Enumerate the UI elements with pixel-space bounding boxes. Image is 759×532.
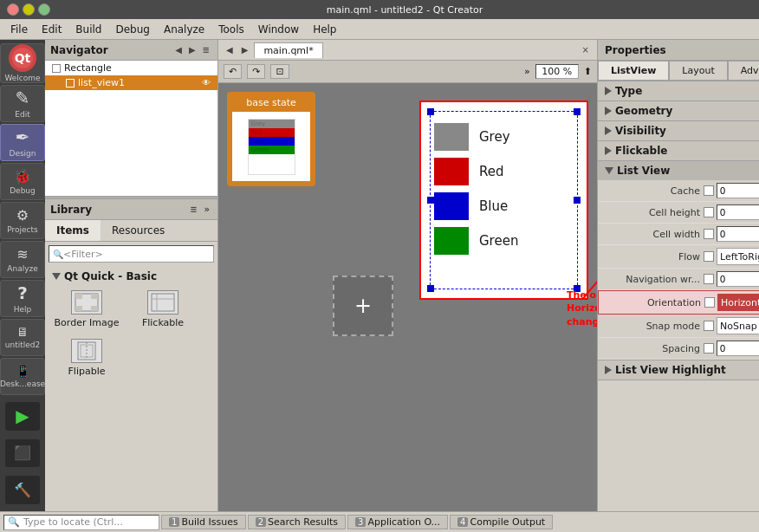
nav-btn-left[interactable]: ◀ — [172, 44, 185, 55]
spacing-input[interactable] — [717, 341, 759, 356]
menu-edit[interactable]: Edit — [35, 22, 68, 37]
prop-tab-listview[interactable]: ListView — [598, 61, 669, 81]
tool-untitled[interactable]: 🖥 untitled2 — [0, 319, 45, 356]
menu-file[interactable]: File — [3, 22, 35, 37]
handle-mr[interactable] — [574, 197, 581, 204]
statusbar-tab-compile[interactable]: 4 Compile Output — [450, 515, 553, 529]
prop-section-flickable: Flickable — [598, 141, 759, 161]
canvas-viewport[interactable]: Grey Red Blue Green — [419, 101, 588, 300]
flow-checkbox[interactable] — [704, 251, 714, 262]
nav-btn-right[interactable]: ▶ — [186, 44, 198, 55]
flickable-section-label: Flickable — [615, 145, 667, 157]
lib-btn-close[interactable]: » — [202, 204, 212, 215]
navwrap-input[interactable] — [717, 271, 759, 287]
flickable-section-header[interactable]: Flickable — [598, 141, 759, 160]
menu-window[interactable]: Window — [251, 22, 306, 37]
menu-debug[interactable]: Debug — [108, 22, 156, 37]
menu-tools[interactable]: Tools — [211, 22, 251, 37]
cellheight-checkbox[interactable] — [704, 207, 714, 217]
listview-section-label: List View — [617, 165, 670, 177]
add-state-button[interactable]: + — [333, 276, 393, 336]
snapmode-value: NoSnap — [720, 321, 757, 332]
nav-checkbox-rectangle[interactable] — [52, 64, 61, 73]
flow-dropdown[interactable]: LeftToRight ▼ — [717, 248, 759, 265]
tool-run[interactable]: ▶ — [5, 402, 40, 431]
tool-projects[interactable]: ⚙ Projects — [0, 202, 45, 239]
library-title: Library — [50, 204, 92, 216]
prop-tab-layout[interactable]: Layout — [669, 61, 727, 81]
zoom-arrow-left[interactable]: » — [524, 66, 530, 77]
tool-edit[interactable]: ✎ Edit — [0, 85, 45, 122]
orientation-checkbox[interactable] — [704, 297, 715, 308]
nav-checkbox-listview[interactable] — [66, 79, 75, 88]
flow-value: LeftToRight — [720, 251, 759, 263]
tab-compile-label: Compile Output — [470, 516, 545, 528]
toolbar-aspect-btn[interactable]: ⊡ — [270, 64, 289, 79]
lib-btn-menu[interactable]: ≡ — [187, 204, 199, 215]
zoom-spinner[interactable]: ⬆ — [584, 66, 592, 77]
handle-tr[interactable] — [574, 108, 581, 115]
statusbar-tab-appout[interactable]: 3 Application O... — [347, 515, 448, 529]
statusbar-tab-build[interactable]: 1 Build Issues — [161, 515, 246, 529]
tool-design[interactable]: ✒ Design — [0, 124, 45, 161]
lvhighlight-section-header[interactable]: List View Highlight — [598, 360, 759, 380]
editor-nav-back[interactable]: ◀ — [224, 44, 236, 55]
menu-build[interactable]: Build — [68, 22, 108, 37]
tool-analyze[interactable]: ≋ Analyze — [0, 241, 45, 278]
geometry-section-header[interactable]: Geometry — [598, 101, 759, 120]
toolbar-back-btn[interactable]: ↶ — [224, 64, 242, 79]
cache-input[interactable] — [717, 183, 759, 198]
nav-item-rectangle[interactable]: Rectangle — [45, 61, 217, 75]
handle-bl[interactable] — [427, 285, 434, 292]
toolbar-fwd-btn[interactable]: ↷ — [247, 64, 265, 79]
close-button[interactable] — [7, 3, 19, 16]
tool-deskease[interactable]: 📱 Desk...ease — [0, 358, 45, 395]
annotation-text: The orientation changed to Horizontal! B… — [567, 289, 597, 328]
library-tab-items[interactable]: Items — [45, 220, 101, 241]
editor-close-btn[interactable]: × — [580, 44, 592, 55]
tool-debug[interactable]: 🐞 Debug — [0, 163, 45, 200]
visibility-section-header[interactable]: Visibility — [598, 121, 759, 140]
library-tab-resources[interactable]: Resources — [101, 220, 176, 241]
tool-welcome[interactable]: Qt Welcome — [0, 43, 45, 83]
prop-tab-advanced[interactable]: Advanced — [728, 61, 759, 81]
handle-ml[interactable] — [427, 197, 434, 204]
library-item-flickable[interactable]: Flickable — [125, 285, 201, 334]
snapmode-dropdown[interactable]: NoSnap ▼ — [717, 317, 759, 334]
menu-analyze[interactable]: Analyze — [157, 22, 211, 37]
cellwidth-checkbox[interactable] — [704, 229, 714, 239]
statusbar-search[interactable]: 🔍 Type to locate (Ctrl... — [3, 515, 159, 530]
tab-search-num: 2 — [256, 517, 266, 527]
nav-item-listview[interactable]: list_view1 👁 — [45, 75, 217, 90]
library-section-header[interactable]: Qt Quick - Basic — [49, 268, 214, 285]
cellwidth-input[interactable] — [717, 226, 759, 242]
window-controls[interactable] — [7, 3, 50, 16]
tool-hammer[interactable]: 🔨 — [5, 476, 40, 504]
navwrap-checkbox[interactable] — [704, 274, 714, 284]
zoom-display[interactable]: 100 % — [535, 64, 579, 79]
nav-btn-menu[interactable]: ≡ — [200, 44, 212, 55]
spacing-checkbox[interactable] — [704, 343, 714, 354]
listview-section-header[interactable]: List View — [598, 161, 759, 180]
menu-help[interactable]: Help — [306, 22, 343, 37]
orientation-dropdown[interactable]: Horizontal ▼ — [717, 294, 759, 311]
minimize-button[interactable] — [23, 3, 35, 16]
maximize-button[interactable] — [38, 3, 50, 16]
tool-stop[interactable]: ⬛ — [5, 439, 40, 468]
library-filter[interactable]: 🔍 <Filter> — [49, 245, 214, 263]
editor-nav-fwd[interactable]: ▶ — [239, 44, 251, 55]
statusbar-tab-search[interactable]: 2 Search Results — [248, 515, 346, 529]
editor-tab-main[interactable]: main.qml* — [254, 42, 322, 58]
snapmode-checkbox[interactable] — [704, 321, 714, 331]
cache-checkbox[interactable] — [704, 185, 714, 196]
tool-help[interactable]: ? Help — [0, 280, 45, 317]
nav-eye-listview[interactable]: 👁 — [202, 78, 211, 88]
library-item-border-image[interactable]: Border Image — [49, 285, 125, 334]
border-image-icon — [71, 290, 102, 315]
editor-canvas: base state Grey Red Blue Green + — [218, 83, 597, 511]
type-section-header[interactable]: Type — [598, 81, 759, 101]
library-item-flipable[interactable]: Flipable — [49, 334, 125, 382]
prop-row-cellheight: Cell height ▲ ▼ — [598, 202, 759, 224]
cellheight-input[interactable] — [717, 204, 759, 220]
handle-tl[interactable] — [427, 108, 434, 115]
